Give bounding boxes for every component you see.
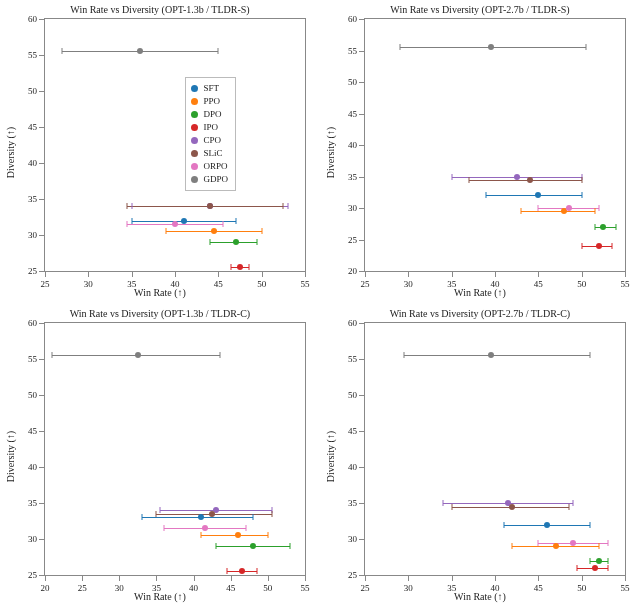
y-tick-label: 60 — [348, 14, 365, 24]
error-cap — [581, 177, 582, 183]
y-tick-label: 25 — [348, 235, 365, 245]
data-point-dpo — [250, 543, 256, 549]
error-cap — [209, 239, 210, 245]
error-cap — [512, 543, 513, 549]
data-point-slic — [207, 203, 213, 209]
x-axis-label: Win Rate (↑) — [0, 591, 320, 602]
y-tick-label: 45 — [348, 426, 365, 436]
legend-item: DPO — [191, 108, 228, 121]
data-point-dpo — [233, 239, 239, 245]
error-cap — [248, 264, 249, 270]
y-tick-label: 30 — [28, 230, 45, 240]
legend-item: IPO — [191, 121, 228, 134]
y-tick-label: 50 — [28, 86, 45, 96]
legend-dot-icon — [191, 98, 198, 105]
error-cap — [399, 44, 400, 50]
legend-dot-icon — [191, 111, 198, 118]
data-point-orpo — [172, 221, 178, 227]
error-cap — [222, 221, 223, 227]
error-cap — [160, 507, 161, 513]
error-cap — [599, 543, 600, 549]
y-tick-label: 55 — [28, 50, 45, 60]
data-point-sft — [535, 192, 541, 198]
data-point-ppo — [211, 228, 217, 234]
chart-panel: Win Rate vs Diversity (OPT-1.3b / TLDR-C… — [0, 304, 320, 608]
chart-title: Win Rate vs Diversity (OPT-2.7b / TLDR-C… — [320, 308, 640, 319]
y-tick-label: 40 — [28, 462, 45, 472]
chart-title: Win Rate vs Diversity (OPT-1.3b / TLDR-S… — [0, 4, 320, 15]
error-cap — [267, 532, 268, 538]
legend-label: SFT — [203, 82, 219, 95]
error-cap — [612, 243, 613, 249]
legend: SFTPPODPOIPOCPOSLiCORPOGDPO — [185, 77, 236, 191]
legend-dot-icon — [191, 176, 198, 183]
data-point-gdpo — [137, 48, 143, 54]
error-cap — [404, 352, 405, 358]
error-cap — [443, 500, 444, 506]
legend-item: GDPO — [191, 173, 228, 186]
legend-item: SLiC — [191, 147, 228, 160]
error-cap — [257, 239, 258, 245]
error-cap — [521, 208, 522, 214]
error-cap — [271, 511, 272, 517]
data-point-sft — [198, 514, 204, 520]
data-point-sft — [544, 522, 550, 528]
error-bar — [486, 195, 581, 196]
error-cap — [616, 224, 617, 230]
error-bar — [521, 211, 595, 212]
data-point-ppo — [553, 543, 559, 549]
legend-label: DPO — [203, 108, 221, 121]
data-point-ipo — [592, 565, 598, 571]
y-tick-label: 55 — [348, 46, 365, 56]
legend-item: SFT — [191, 82, 228, 95]
error-cap — [52, 352, 53, 358]
error-cap — [451, 174, 452, 180]
y-axis-label: Diversity (↑) — [324, 0, 338, 304]
legend-item: PPO — [191, 95, 228, 108]
plot-area: 20253035404550556025303540455055 — [364, 18, 626, 272]
error-cap — [253, 514, 254, 520]
data-point-gdpo — [135, 352, 141, 358]
error-cap — [451, 504, 452, 510]
y-tick-label: 35 — [348, 498, 365, 508]
x-axis-label: Win Rate (↑) — [320, 591, 640, 602]
error-cap — [568, 504, 569, 510]
error-cap — [218, 48, 219, 54]
legend-item: ORPO — [191, 160, 228, 173]
data-point-ppo — [235, 532, 241, 538]
error-cap — [581, 192, 582, 198]
x-axis-label: Win Rate (↑) — [320, 287, 640, 298]
legend-label: PPO — [203, 95, 220, 108]
error-cap — [201, 532, 202, 538]
plot-area: 253035404550556025303540455055 — [364, 322, 626, 576]
error-bar — [469, 180, 582, 181]
y-tick-label: 45 — [28, 122, 45, 132]
error-cap — [219, 352, 220, 358]
chart-panel: Win Rate vs Diversity (OPT-2.7b / TLDR-C… — [320, 304, 640, 608]
error-cap — [163, 525, 164, 531]
error-cap — [590, 352, 591, 358]
error-cap — [127, 203, 128, 209]
error-cap — [283, 203, 284, 209]
legend-dot-icon — [191, 150, 198, 157]
error-cap — [538, 205, 539, 211]
legend-dot-icon — [191, 137, 198, 144]
error-cap — [245, 525, 246, 531]
y-tick-label: 55 — [28, 354, 45, 364]
legend-label: SLiC — [203, 147, 222, 160]
chart-title: Win Rate vs Diversity (OPT-2.7b / TLDR-S… — [320, 4, 640, 15]
error-cap — [590, 522, 591, 528]
y-tick-label: 30 — [348, 203, 365, 213]
data-point-dpo — [600, 224, 606, 230]
data-point-cpo — [514, 174, 520, 180]
x-axis-label: Win Rate (↑) — [0, 287, 320, 298]
chart-panel: Win Rate vs Diversity (OPT-1.3b / TLDR-S… — [0, 0, 320, 304]
y-tick-label: 35 — [28, 194, 45, 204]
y-tick-label: 60 — [348, 318, 365, 328]
legend-label: IPO — [203, 121, 218, 134]
legend-label: GDPO — [203, 173, 228, 186]
plot-area: 253035404550556025303540455055SFTPPODPOI… — [44, 18, 306, 272]
chart-grid: Win Rate vs Diversity (OPT-1.3b / TLDR-S… — [0, 0, 640, 608]
legend-label: ORPO — [203, 160, 227, 173]
y-axis-label: Diversity (↑) — [4, 0, 18, 304]
